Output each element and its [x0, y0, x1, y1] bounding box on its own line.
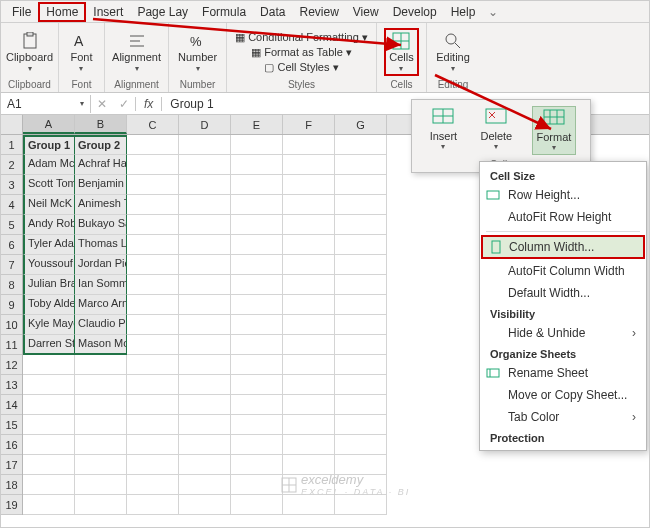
row-header-19[interactable]: 19 — [1, 495, 22, 515]
cell-G6[interactable] — [335, 235, 387, 255]
font-button[interactable]: AFont▾ — [66, 29, 96, 74]
menu-review[interactable]: Review — [292, 3, 345, 21]
cell-E12[interactable] — [231, 355, 283, 375]
row-header-1[interactable]: 1 — [1, 135, 22, 155]
delete-cells-button[interactable]: Delete▾ — [476, 106, 516, 155]
cell-C15[interactable] — [127, 415, 179, 435]
cell-E6[interactable] — [231, 235, 283, 255]
row-header-2[interactable]: 2 — [1, 155, 22, 175]
cell-C8[interactable] — [127, 275, 179, 295]
cell-F6[interactable] — [283, 235, 335, 255]
cell-A4[interactable]: Neil McK — [23, 195, 75, 215]
cell-A10[interactable]: Kyle Maye — [23, 315, 75, 335]
cell-A14[interactable] — [23, 395, 75, 415]
menu-row-height[interactable]: Row Height... — [480, 184, 646, 206]
cancel-icon[interactable]: ✕ — [91, 97, 113, 111]
cell-B7[interactable]: Jordan Pickford — [75, 255, 127, 275]
cell-E5[interactable] — [231, 215, 283, 235]
cell-D2[interactable] — [179, 155, 231, 175]
cell-E19[interactable] — [231, 495, 283, 515]
menu-formulas[interactable]: Formula — [195, 3, 253, 21]
conditional-formatting-button[interactable]: ▦ Conditional Formatting ▾ — [235, 31, 368, 44]
cell-G3[interactable] — [335, 175, 387, 195]
cell-F15[interactable] — [283, 415, 335, 435]
row-header-5[interactable]: 5 — [1, 215, 22, 235]
cell-E13[interactable] — [231, 375, 283, 395]
cell-D16[interactable] — [179, 435, 231, 455]
cell-G4[interactable] — [335, 195, 387, 215]
menu-rename-sheet[interactable]: Rename Sheet — [480, 362, 646, 384]
cell-F4[interactable] — [283, 195, 335, 215]
cell-A13[interactable] — [23, 375, 75, 395]
fx-icon[interactable]: fx — [135, 97, 162, 111]
cell-A12[interactable] — [23, 355, 75, 375]
cell-C18[interactable] — [127, 475, 179, 495]
cell-C16[interactable] — [127, 435, 179, 455]
cell-B10[interactable]: Claudio Pizzaro — [75, 315, 127, 335]
cell-E14[interactable] — [231, 395, 283, 415]
cell-styles-button[interactable]: ▢ Cell Styles ▾ — [264, 61, 338, 74]
cell-F8[interactable] — [283, 275, 335, 295]
column-header-B[interactable]: B — [75, 115, 127, 134]
cell-D11[interactable] — [179, 335, 231, 355]
cell-C1[interactable] — [127, 135, 179, 155]
row-header-9[interactable]: 9 — [1, 295, 22, 315]
cell-D19[interactable] — [179, 495, 231, 515]
cell-A15[interactable] — [23, 415, 75, 435]
confirm-icon[interactable]: ✓ — [113, 97, 135, 111]
cell-C5[interactable] — [127, 215, 179, 235]
menu-autofit-column-width[interactable]: AutoFit Column Width — [480, 260, 646, 282]
column-header-D[interactable]: D — [179, 115, 231, 134]
cell-D14[interactable] — [179, 395, 231, 415]
cell-F13[interactable] — [283, 375, 335, 395]
cell-E2[interactable] — [231, 155, 283, 175]
clipboard-button[interactable]: Clipboard▾ — [2, 29, 57, 74]
menu-hide-unhide[interactable]: Hide & Unhide — [480, 322, 646, 344]
cell-F19[interactable] — [283, 495, 335, 515]
cell-B4[interactable]: Animesh Thomas — [75, 195, 127, 215]
cell-A9[interactable]: Toby Alde — [23, 295, 75, 315]
cell-G2[interactable] — [335, 155, 387, 175]
cell-F10[interactable] — [283, 315, 335, 335]
cell-C10[interactable] — [127, 315, 179, 335]
row-header-8[interactable]: 8 — [1, 275, 22, 295]
menu-move-copy-sheet[interactable]: Move or Copy Sheet... — [480, 384, 646, 406]
menu-help[interactable]: Help — [444, 3, 483, 21]
cell-C4[interactable] — [127, 195, 179, 215]
cell-D4[interactable] — [179, 195, 231, 215]
cell-A2[interactable]: Adam Mc — [23, 155, 75, 175]
cell-B5[interactable]: Bukayo Saka — [75, 215, 127, 235]
menu-file[interactable]: File — [5, 3, 38, 21]
cell-B16[interactable] — [75, 435, 127, 455]
cell-F5[interactable] — [283, 215, 335, 235]
name-box[interactable]: A1▾ — [1, 95, 91, 113]
cell-F14[interactable] — [283, 395, 335, 415]
menu-home[interactable]: Home — [38, 2, 86, 22]
cell-A7[interactable]: Youssouf — [23, 255, 75, 275]
row-header-16[interactable]: 16 — [1, 435, 22, 455]
cell-C6[interactable] — [127, 235, 179, 255]
cell-E11[interactable] — [231, 335, 283, 355]
column-header-G[interactable]: G — [335, 115, 387, 134]
cell-E1[interactable] — [231, 135, 283, 155]
column-header-C[interactable]: C — [127, 115, 179, 134]
menu-data[interactable]: Data — [253, 3, 292, 21]
cell-F16[interactable] — [283, 435, 335, 455]
cell-A6[interactable]: Tyler Ada — [23, 235, 75, 255]
cell-E7[interactable] — [231, 255, 283, 275]
cell-E3[interactable] — [231, 175, 283, 195]
cell-A16[interactable] — [23, 435, 75, 455]
row-header-13[interactable]: 13 — [1, 375, 22, 395]
cell-B15[interactable] — [75, 415, 127, 435]
cell-G15[interactable] — [335, 415, 387, 435]
row-header-3[interactable]: 3 — [1, 175, 22, 195]
row-header-4[interactable]: 4 — [1, 195, 22, 215]
cell-F12[interactable] — [283, 355, 335, 375]
cell-G8[interactable] — [335, 275, 387, 295]
menu-view[interactable]: View — [346, 3, 386, 21]
cell-A19[interactable] — [23, 495, 75, 515]
editing-button[interactable]: Editing▾ — [432, 29, 474, 74]
cell-D17[interactable] — [179, 455, 231, 475]
cell-C19[interactable] — [127, 495, 179, 515]
select-all-corner[interactable] — [1, 115, 23, 135]
